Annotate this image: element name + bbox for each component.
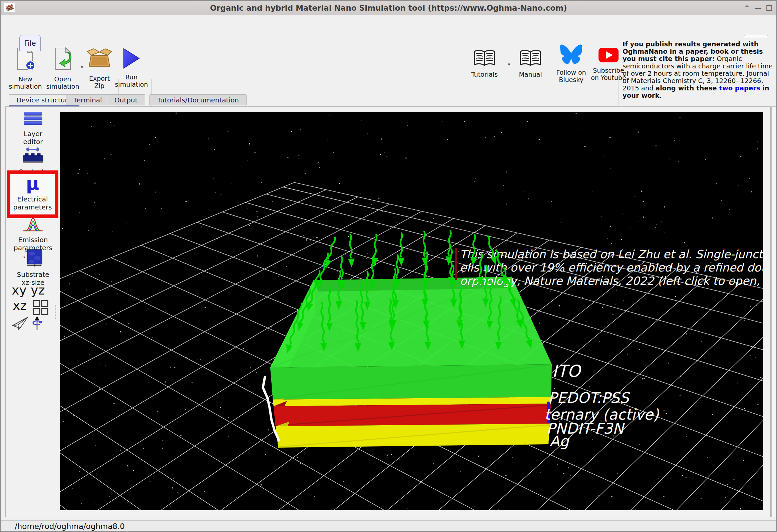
svg-text:z: z bbox=[34, 264, 35, 267]
two-papers-link[interactable]: two papers bbox=[719, 85, 760, 92]
shade-button[interactable]: ⌃ bbox=[742, 3, 752, 13]
manual-button[interactable]: Manual bbox=[511, 49, 550, 78]
run-simulation-label: Run simulation bbox=[115, 74, 148, 88]
manual-book-icon bbox=[519, 49, 542, 68]
new-simulation-label: New simulation bbox=[9, 76, 42, 90]
emission-parameters-icon bbox=[22, 217, 44, 234]
menu-bar: File Simulation type Editors Automation … bbox=[1, 16, 776, 38]
right-scrollbar-strip[interactable] bbox=[771, 106, 776, 517]
mu-icon: μ bbox=[26, 175, 39, 193]
sidebar-item-emission-parameters[interactable]: Emission parameters bbox=[8, 217, 58, 252]
menu-tab-file[interactable]: File bbox=[19, 35, 41, 51]
export-zip-icon bbox=[86, 47, 112, 72]
photon-arrow bbox=[445, 230, 454, 266]
svg-text:x: x bbox=[23, 255, 25, 259]
export-zip-label: Export Zip bbox=[89, 75, 110, 89]
youtube-label: Subscribe on Youtube bbox=[591, 67, 626, 82]
run-simulation-icon bbox=[122, 47, 141, 71]
tutorials-dropdown-caret[interactable]: ▾ bbox=[508, 61, 511, 68]
electrical-parameters-label: Electrical parameters bbox=[13, 195, 52, 211]
open-simulation-button[interactable]: Open simulation bbox=[44, 47, 81, 90]
sidebar-item-substrate-xz-size[interactable]: x z Substrate xz-size bbox=[8, 248, 58, 286]
citation-text: If you publish results generated with Og… bbox=[623, 41, 776, 99]
device-3d-scene: This simulation is based on Lei Zhu et a… bbox=[60, 112, 763, 510]
open-simulation-label: Open simulation bbox=[46, 76, 79, 90]
device-3d-viewport[interactable]: This simulation is based on Lei Zhu et a… bbox=[60, 112, 763, 510]
status-path: /home/rod/oghma/oghma8.0 bbox=[15, 522, 125, 531]
scene-description-line[interactable]: This simulation is based on Lei Zhu et a… bbox=[460, 248, 763, 261]
youtube-icon bbox=[598, 47, 619, 64]
minimize-button[interactable]: — bbox=[753, 3, 763, 13]
photon-arrow bbox=[421, 231, 429, 266]
tab-output[interactable]: Output bbox=[107, 94, 145, 105]
substrate-xz-size-icon: x z bbox=[23, 248, 43, 268]
bluesky-label: Follow on Bluesky bbox=[556, 69, 586, 84]
photon-arrow bbox=[398, 233, 405, 266]
bluesky-button[interactable]: Follow on Bluesky bbox=[551, 44, 591, 84]
export-zip-button[interactable]: Export Zip bbox=[83, 47, 116, 89]
title-bar: Organic and hybrid Material Nano Simulat… bbox=[1, 1, 776, 15]
photon-arrow bbox=[371, 234, 379, 267]
sidebar-resize-handle[interactable] bbox=[55, 305, 56, 319]
fly-paper-plane-icon[interactable] bbox=[12, 316, 29, 331]
layer-label-ito[interactable]: ITO bbox=[552, 362, 582, 381]
run-simulation-button[interactable]: Run simulation bbox=[113, 47, 150, 88]
tab-terminal[interactable]: Terminal bbox=[66, 94, 110, 105]
citation-bold-2: along with these bbox=[656, 85, 719, 92]
tab-tutorials-documentation[interactable]: Tutorials/Documentation bbox=[149, 94, 246, 105]
bluesky-butterfly-icon bbox=[560, 44, 582, 66]
contacts-icon bbox=[21, 147, 45, 165]
layer-editor-icon bbox=[23, 111, 43, 127]
manual-label: Manual bbox=[519, 71, 542, 78]
sidebar-item-layer-editor[interactable]: Layer editor bbox=[8, 111, 58, 146]
view-button-xy-yz[interactable]: xy yz bbox=[12, 283, 45, 297]
tutorials-button[interactable]: Tutorials bbox=[464, 49, 505, 78]
maximize-button[interactable]: ☐ bbox=[764, 3, 774, 13]
tutorials-label: Tutorials bbox=[471, 71, 498, 78]
layer-editor-label: Layer editor bbox=[23, 130, 43, 146]
grid-view-icon[interactable] bbox=[33, 299, 49, 317]
close-button[interactable]: ✕ bbox=[773, 3, 777, 13]
rotate-view-icon[interactable] bbox=[31, 315, 43, 332]
open-simulation-icon bbox=[52, 47, 74, 73]
photon-arrow bbox=[347, 234, 355, 267]
electrical-parameters-highlight: μ Electrical parameters bbox=[7, 170, 59, 218]
sidebar-item-electrical-parameters[interactable]: μ Electrical parameters bbox=[8, 174, 58, 211]
layer-label-pedot-pss[interactable]: PEDOT:PSS bbox=[548, 389, 630, 406]
tutorials-book-icon bbox=[473, 49, 496, 68]
view-button-xz[interactable]: xz bbox=[13, 298, 27, 313]
new-simulation-button[interactable]: New simulation bbox=[7, 47, 44, 90]
citation-normal-2: . bbox=[659, 92, 661, 99]
status-bar: /home/rod/oghma/oghma8.0 bbox=[1, 520, 776, 532]
layer-label-ag[interactable]: Ag bbox=[549, 433, 569, 449]
window-title: Organic and hybrid Material Nano Simulat… bbox=[1, 4, 776, 12]
photon-arrow bbox=[323, 236, 338, 269]
